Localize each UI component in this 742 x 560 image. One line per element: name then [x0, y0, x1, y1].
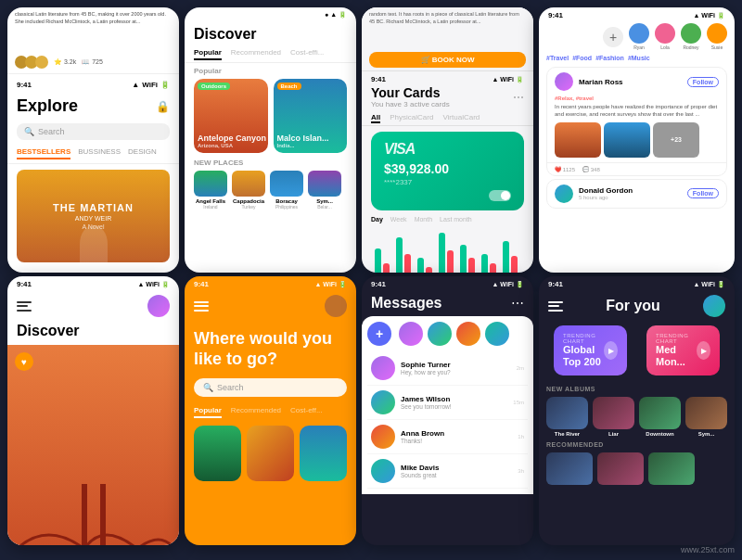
search-bar[interactable]: 🔍 Search	[17, 123, 170, 140]
messages-title: Messages	[371, 295, 442, 312]
trending-card-1[interactable]: TRENDING CHART GlobalTop 200 ▶	[554, 325, 627, 375]
msg-item-3[interactable]: Anna Brown Thanks! 1h	[367, 420, 528, 454]
rec-music-3[interactable]	[648, 452, 695, 485]
chart-tab-week[interactable]: Week	[390, 216, 407, 223]
tab-popular-travel[interactable]: Popular	[194, 406, 222, 418]
place-card-1[interactable]: Outdoors Antelope Canyon Arizona, USA	[194, 79, 268, 153]
place-title-1: Antelope Canyon Arizona, USA	[198, 134, 266, 149]
hashtag-fashion[interactable]: #Fashion	[595, 55, 624, 61]
new-place-1[interactable]: Angel Falls Ireland	[194, 171, 227, 210]
tab-popular[interactable]: Popular	[194, 48, 222, 60]
feed-username-1: Marian Ross	[579, 78, 682, 86]
place-card-2[interactable]: Beach Malco Islan... India...	[274, 79, 348, 153]
tab-recommended[interactable]: Recommended	[231, 48, 281, 60]
rec-music-2[interactable]	[597, 452, 644, 485]
comments-stat: 💬 348	[582, 166, 600, 172]
avatar-name-ryan: Ryan	[629, 45, 649, 50]
tab-recommended-travel[interactable]: Recommended	[231, 406, 281, 418]
tab-business[interactable]: BUSSINESS	[78, 147, 121, 159]
msg-item-1[interactable]: Sophie Turner Hey, how are you? 2m	[367, 351, 528, 386]
recommended-music-label: RECOMMENDED	[539, 439, 735, 451]
discover-header: Discover	[185, 20, 356, 46]
contact-avatar-1	[399, 322, 423, 346]
status-bar-messages: 9:41 ▲ WiFi 🔋	[362, 276, 533, 290]
hashtag-travel[interactable]: #Travel	[546, 55, 569, 61]
new-place-4[interactable]: Sym... Belar...	[308, 171, 341, 210]
bar-chart	[371, 228, 524, 273]
album-row: The River Liar Downtown Sym...	[539, 395, 735, 439]
new-albums-label: NEW ALBUMS	[539, 383, 735, 395]
discover2-title: Discover	[7, 321, 179, 345]
add-avatar-btn[interactable]: +	[603, 27, 623, 47]
new-places-row: Angel Falls Ireland Cappadocia Turkey Bo…	[185, 171, 356, 210]
chart-section: Day Week Month Last month	[362, 210, 533, 273]
visa-number: ****2337	[384, 178, 511, 186]
cards-subtitle: You have 3 active cards	[371, 100, 450, 108]
search-placeholder-travel: Search	[217, 383, 244, 392]
avatar-ryan[interactable]: Ryan	[629, 23, 649, 50]
follow-btn-1[interactable]: Follow	[687, 77, 719, 87]
status-icons: ▲WiFi🔋	[132, 81, 170, 89]
tab-physical[interactable]: PhysicalCard	[390, 113, 433, 123]
burger-icon-music[interactable]	[548, 301, 563, 312]
tab-virtual[interactable]: VirtualCard	[442, 113, 480, 123]
card-toggle[interactable]	[489, 190, 511, 201]
status-bar-discover: ● ▲ 🔋	[185, 7, 356, 20]
chart-tab-day[interactable]: Day	[371, 216, 383, 223]
search-icon-travel: 🔍	[203, 383, 213, 392]
explore-title: Explore	[17, 96, 78, 116]
travel-search[interactable]: 🔍 Search	[194, 378, 347, 397]
trending-card-2[interactable]: TRENDING CHART MedMon... ▶	[646, 325, 720, 375]
recommended-scroll	[539, 451, 735, 487]
follow-btn-2[interactable]: Follow	[687, 188, 719, 198]
msg-item-2[interactable]: James Wilson See you tomorrow! 15m	[367, 386, 528, 420]
tab-all-cards[interactable]: All	[371, 113, 380, 123]
album-cover-1	[546, 397, 588, 429]
travel-mini-card-3[interactable]	[300, 426, 347, 481]
discover-tabs: Popular Recommended Cost-effi...	[185, 46, 356, 63]
msg-time-2: 15m	[513, 400, 524, 405]
tab-design[interactable]: DESIGN	[128, 147, 157, 159]
burger-icon-discover2[interactable]	[17, 301, 32, 312]
avatar-lola[interactable]: Lola	[655, 23, 675, 50]
hashtag-music[interactable]: #Music	[628, 55, 650, 61]
msg-time-4: 3h	[518, 468, 524, 474]
album-card-3[interactable]: Downtown	[639, 397, 681, 437]
travel-mini-card-1[interactable]	[194, 426, 241, 481]
play-btn-1[interactable]: ▶	[604, 341, 618, 360]
screen-travel-orange: 9:41 ▲ WiFi 🔋 Where would you like to go…	[185, 276, 356, 545]
trending-title-2: MedMon...	[656, 344, 697, 368]
album-cover-4	[685, 397, 727, 429]
new-place-3[interactable]: Boracay Philippines	[270, 171, 303, 210]
avatar-rodney[interactable]: Rodney	[681, 23, 701, 50]
feed-images-1: +23	[547, 122, 726, 162]
favorite-icon[interactable]: ♥	[15, 352, 33, 371]
album-card-4[interactable]: Sym...	[685, 397, 727, 437]
rec-music-1[interactable]	[546, 452, 593, 485]
new-place-2[interactable]: Cappadocia Turkey	[232, 171, 265, 210]
place-country-4: Belar...	[308, 204, 341, 210]
travel-mini-card-2[interactable]	[247, 426, 294, 481]
cards-tabs: All PhysicalCard VirtualCard	[362, 111, 533, 126]
tab-costeff-travel[interactable]: Cost-eff...	[290, 406, 323, 418]
visa-amount: $39,928.00	[384, 161, 511, 176]
screen-discover2: 9:41 ▲ WiFi 🔋 Discover ♥	[7, 276, 179, 545]
new-message-btn[interactable]: +	[367, 322, 391, 346]
album-card-1[interactable]: The River	[546, 397, 588, 437]
burger-icon-travel[interactable]	[194, 301, 209, 312]
album-card-2[interactable]: Liar	[593, 397, 634, 437]
tab-costeff[interactable]: Cost-effi...	[290, 48, 324, 60]
feed-text-1: In recent years people have realized the…	[547, 103, 726, 122]
contact-avatars	[399, 322, 509, 346]
chart-tab-month[interactable]: Month	[415, 216, 432, 223]
travel-question: Where would you like to go?	[185, 322, 356, 373]
feed-time-2: 5 hours ago	[579, 195, 682, 200]
chart-tab-lastmonth[interactable]: Last month	[440, 216, 472, 223]
play-btn-2[interactable]: ▶	[697, 341, 710, 360]
msg-item-4[interactable]: Mike Davis Sounds great 3h	[367, 454, 528, 489]
hashtag-food[interactable]: #Food	[572, 55, 592, 61]
avatar-name-rodney: Rodney	[681, 45, 701, 50]
tab-bestsellers[interactable]: BESTSELLERS	[17, 147, 70, 159]
avatar-susie[interactable]: Susie	[707, 23, 727, 50]
album-cover-2	[593, 397, 634, 429]
